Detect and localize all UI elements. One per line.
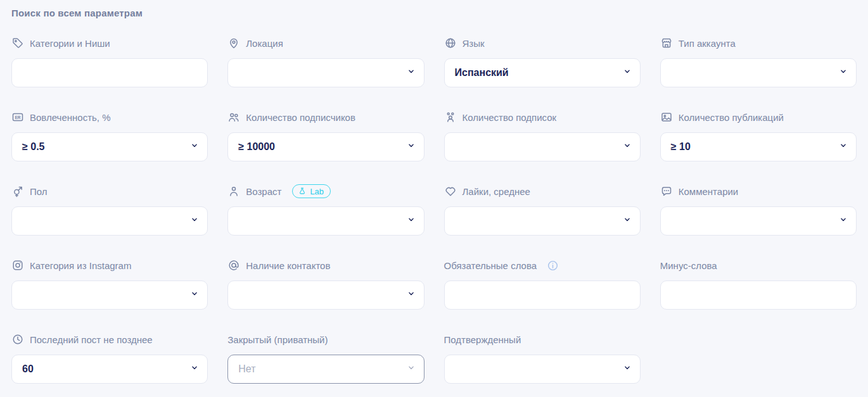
followers-count-field: Количество подписчиков ≥ 10000 bbox=[227, 110, 424, 161]
chevron-down-icon bbox=[839, 141, 848, 153]
instagram-icon bbox=[11, 259, 24, 272]
page-title: Поиск по всем параметрам bbox=[9, 6, 859, 18]
field-label-text: Комментарии bbox=[679, 186, 738, 197]
empty-grid-cell bbox=[660, 332, 857, 384]
field-label-text: Закрытый (приватный) bbox=[227, 334, 328, 345]
age-field: Возраст Lab bbox=[227, 184, 424, 236]
field-label: Подтвержденный bbox=[444, 332, 641, 346]
field-label-text: Язык bbox=[463, 38, 485, 49]
field-label-text: Наличие контактов bbox=[246, 260, 330, 271]
account-type-select[interactable] bbox=[660, 58, 857, 87]
verified-field: Подтвержденный bbox=[444, 332, 641, 384]
required-words-input[interactable] bbox=[444, 280, 641, 310]
followers-count-select[interactable]: ≥ 10000 bbox=[227, 132, 424, 161]
chevron-down-icon bbox=[839, 215, 848, 227]
flask-icon bbox=[298, 187, 307, 196]
field-label: Возраст Lab bbox=[227, 184, 424, 198]
field-label: Количество подписок bbox=[444, 110, 641, 124]
lab-badge: Lab bbox=[292, 184, 331, 198]
chevron-down-icon bbox=[190, 215, 199, 227]
avg-likes-select[interactable] bbox=[444, 206, 641, 236]
following-icon bbox=[444, 111, 457, 123]
field-label: Минус-слова bbox=[660, 258, 857, 272]
field-label-text: Локация bbox=[246, 38, 283, 49]
field-label-text: Обязательные слова bbox=[444, 260, 537, 271]
chevron-down-icon bbox=[190, 363, 199, 375]
chevron-down-icon bbox=[407, 141, 416, 153]
engagement-select[interactable]: ≥ 0.5 bbox=[11, 132, 208, 161]
required-words-field: Обязательные слова bbox=[444, 258, 641, 310]
select-value: ≥ 0.5 bbox=[22, 141, 44, 153]
comments-select[interactable] bbox=[660, 206, 857, 236]
storefront-icon bbox=[660, 37, 673, 49]
engagement-field: Вовлеченность, % ≥ 0.5 bbox=[11, 110, 208, 161]
instagram-category-select[interactable] bbox=[11, 280, 208, 310]
person-icon bbox=[227, 185, 240, 198]
account-type-field: Тип аккаунта bbox=[660, 36, 857, 87]
last-post-field: Последний пост не позднее 60 bbox=[11, 332, 208, 384]
instagram-category-field: Категория из Instagram bbox=[11, 258, 208, 310]
last-post-select[interactable]: 60 bbox=[11, 355, 208, 384]
field-label-text: Вовлеченность, % bbox=[30, 112, 111, 123]
contacts-presence-select[interactable] bbox=[227, 280, 424, 310]
select-value: Испанский bbox=[455, 67, 509, 79]
private-field: Закрытый (приватный) Нет bbox=[227, 332, 424, 384]
field-label: Последний пост не позднее bbox=[11, 332, 208, 346]
comments-field: Комментарии bbox=[660, 184, 857, 236]
field-label: Вовлеченность, % bbox=[11, 110, 208, 124]
info-icon[interactable] bbox=[547, 260, 559, 272]
field-label: Количество публикаций bbox=[660, 110, 857, 124]
field-label: Язык bbox=[444, 36, 641, 50]
select-value: ≥ 10 bbox=[671, 141, 691, 153]
language-field: Язык Испанский bbox=[444, 36, 641, 87]
chevron-down-icon bbox=[190, 141, 199, 153]
lab-badge-text: Lab bbox=[310, 187, 324, 196]
gender-select[interactable] bbox=[11, 206, 208, 236]
followings-count-select[interactable] bbox=[444, 132, 641, 161]
posts-count-select[interactable]: ≥ 10 bbox=[660, 132, 857, 161]
verified-select[interactable] bbox=[444, 355, 641, 384]
location-field: Локация bbox=[227, 36, 424, 87]
contacts-presence-field: Наличие контактов bbox=[227, 258, 424, 310]
field-label-text: Подтвержденный bbox=[444, 334, 521, 345]
field-label: Комментарии bbox=[660, 184, 857, 198]
field-label-text: Возраст bbox=[246, 186, 281, 197]
chevron-down-icon bbox=[407, 215, 416, 227]
tag-icon bbox=[11, 37, 24, 49]
chevron-down-icon bbox=[623, 67, 632, 79]
age-select[interactable] bbox=[227, 206, 424, 236]
gender-field: Пол bbox=[11, 184, 208, 236]
followings-count-field: Количество подписок bbox=[444, 110, 641, 161]
clock-icon bbox=[11, 333, 24, 346]
language-select[interactable]: Испанский bbox=[444, 58, 641, 87]
field-label-text: Минус-слова bbox=[660, 260, 717, 271]
field-label: Пол bbox=[11, 184, 208, 198]
field-label-text: Категории и Ниши bbox=[30, 38, 110, 49]
field-label-text: Количество подписчиков bbox=[246, 112, 355, 123]
search-filters-panel: Поиск по всем параметрам Категории и Ниш… bbox=[0, 0, 868, 384]
field-label: Закрытый (приватный) bbox=[227, 332, 424, 346]
field-label-text: Категория из Instagram bbox=[30, 260, 131, 271]
field-label: Количество подписчиков bbox=[227, 110, 424, 124]
chevron-down-icon bbox=[190, 289, 199, 301]
field-label-text: Последний пост не позднее bbox=[30, 334, 153, 345]
categories-niches-field: Категории и Ниши bbox=[11, 36, 208, 87]
categories-input[interactable] bbox=[11, 58, 208, 87]
chevron-down-icon bbox=[623, 215, 632, 227]
chevron-down-icon bbox=[407, 289, 416, 301]
field-label: Категория из Instagram bbox=[11, 258, 208, 272]
location-select[interactable] bbox=[227, 58, 424, 87]
location-pin-icon bbox=[227, 37, 240, 49]
minus-words-input[interactable] bbox=[660, 280, 857, 310]
at-sign-icon bbox=[227, 259, 240, 272]
posts-count-field: Количество публикаций ≥ 10 bbox=[660, 110, 857, 161]
chevron-down-icon bbox=[407, 363, 416, 375]
image-icon bbox=[660, 111, 673, 123]
field-label-text: Тип аккаунта bbox=[679, 38, 736, 49]
chevron-down-icon bbox=[623, 363, 632, 375]
avg-likes-field: Лайки, среднее bbox=[444, 184, 641, 236]
private-select[interactable]: Нет bbox=[227, 355, 424, 384]
followers-icon bbox=[227, 111, 240, 123]
chevron-down-icon bbox=[407, 67, 416, 79]
comment-icon bbox=[660, 185, 673, 198]
